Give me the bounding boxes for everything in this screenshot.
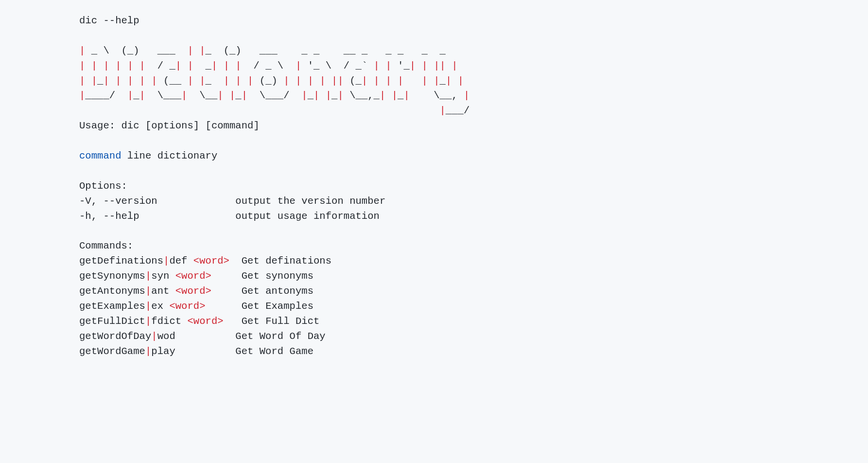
options-header: Options:	[79, 180, 127, 192]
cmd-ant-desc: Get antonyms	[211, 285, 313, 297]
ascii-art-banner: | _ \ (_) ___ | |_ (_) ___ _ _ __ _ _ _ …	[79, 45, 469, 117]
cmd-ex-name: getExamples	[79, 301, 145, 312]
cmd-def-arg: <word>	[193, 255, 229, 267]
cmd-play-desc: Get Word Game	[175, 346, 313, 357]
pipe-icon: |	[163, 255, 169, 267]
pipe-icon: |	[145, 285, 151, 297]
cmd-play-name: getWordGame	[79, 346, 145, 357]
pipe-icon: |	[151, 331, 157, 342]
option-help-desc: output usage information	[139, 211, 380, 222]
invocation-line: dic --help	[79, 15, 139, 26]
cmd-syn-name: getSynonyms	[79, 270, 145, 282]
cmd-syn-alias: syn	[151, 270, 175, 282]
cmd-ex-arg: <word>	[169, 301, 205, 312]
cmd-fdict-alias: fdict	[151, 316, 187, 327]
option-help-flag: -h, --help	[79, 211, 139, 222]
description-rest: line dictionary	[122, 150, 218, 161]
cmd-def-alias: def	[169, 255, 193, 267]
pipe-icon: |	[145, 316, 151, 327]
pipe-icon: |	[145, 270, 151, 282]
cmd-syn-desc: Get synonyms	[211, 270, 313, 282]
usage-line: Usage: dic [options] [command]	[79, 120, 260, 131]
cmd-syn-arg: <word>	[175, 270, 211, 282]
description-keyword: command	[79, 150, 122, 161]
pipe-icon: |	[145, 301, 151, 312]
commands-header: Commands:	[79, 240, 133, 251]
cmd-def-desc: Get definations	[229, 255, 331, 267]
pipe-icon: |	[145, 346, 151, 357]
cmd-ex-alias: ex	[151, 301, 169, 312]
terminal-help-output: dic --help | _ \ (_) ___ | |_ (_) ___ _ …	[0, 0, 868, 463]
cmd-fdict-name: getFullDict	[79, 316, 145, 327]
option-version-flag: -V, --version	[79, 196, 157, 207]
cmd-fdict-desc: Get Full Dict	[224, 316, 320, 327]
cmd-wod-alias: wod	[157, 331, 175, 342]
cmd-def-name: getDefinations	[79, 255, 163, 267]
cmd-wod-name: getWordOfDay	[79, 331, 151, 342]
cmd-play-alias: play	[151, 346, 175, 357]
cmd-wod-desc: Get Word Of Day	[175, 331, 326, 342]
cmd-ant-name: getAntonyms	[79, 285, 145, 297]
cmd-fdict-arg: <word>	[187, 316, 223, 327]
cmd-ant-alias: ant	[151, 285, 175, 297]
option-version-desc: output the version number	[157, 196, 386, 207]
cmd-ant-arg: <word>	[175, 285, 211, 297]
cmd-ex-desc: Get Examples	[206, 301, 313, 312]
